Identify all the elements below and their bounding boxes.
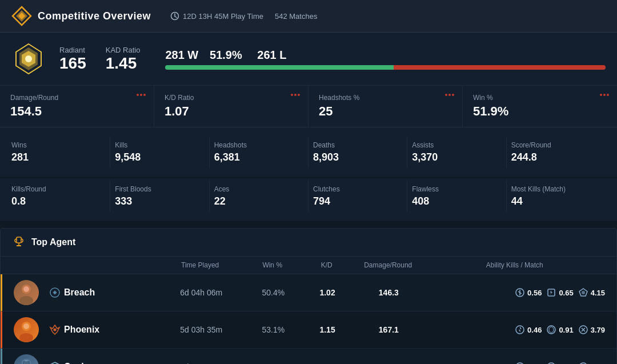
winpct-value: 51.9% (473, 104, 607, 119)
col-header-time: Time Played (157, 261, 243, 269)
breach-dmg: 146.3 (352, 288, 424, 297)
svg-point-14 (19, 296, 33, 305)
breach-ability-2-val: 0.65 (559, 289, 573, 297)
win-loss-row: 281 W 51.9% 261 L (165, 49, 606, 62)
breach-winpct: 50.4% (245, 288, 302, 297)
logo-icon (11, 6, 32, 26)
app-logo: Competitive Overview (11, 6, 151, 26)
win-pct: 51.9% (209, 49, 243, 62)
rank-info: Radiant 165 (59, 46, 86, 73)
stat-deaths: Deaths 8,903 (308, 137, 407, 168)
svg-rect-31 (23, 361, 30, 364)
clock-icon (170, 11, 179, 21)
breach-kd: 1.02 (302, 288, 352, 297)
rank-label: Radiant (59, 46, 86, 54)
top-agent-section: Top Agent Time Played Win % K/D Damage/R… (0, 228, 617, 364)
kd-value: 1.07 (165, 104, 298, 119)
phoenix-ability-2-val: 0.91 (559, 326, 573, 334)
cypher-ability-1: 0.50 (515, 362, 542, 364)
app-title: Competitive Overview (38, 10, 151, 22)
svg-point-9 (25, 55, 32, 62)
cypher-avatar (14, 354, 39, 364)
phoenix-ability-3-val: 3.79 (591, 326, 605, 334)
svg-point-24 (54, 329, 57, 331)
stat-card-kd: K/D Ratio 1.07 (154, 86, 308, 127)
agent-row-cypher: Cypher 11h 13m 58s 50.0% 0.93 128.5 0.50… (1, 349, 616, 364)
top-agent-header: Top Agent (1, 229, 616, 257)
stat-cards: Damage/Round 154.5 K/D Ratio 1.07 Headsh… (0, 86, 617, 127)
kd-label: K/D Ratio (165, 94, 298, 102)
cypher-info: Cypher (14, 354, 158, 364)
svg-line-5 (175, 17, 177, 18)
col-header-kd: K/D (301, 261, 352, 269)
col-header-winpct: Win % (243, 261, 301, 269)
svg-point-15 (23, 286, 29, 292)
rank-badge (11, 42, 46, 76)
matches-text: 542 Matches (275, 12, 317, 21)
kd-menu[interactable] (291, 94, 300, 96)
win-loss-bar (165, 65, 606, 70)
column-headers: Time Played Win % K/D Damage/Round Abili… (1, 257, 616, 274)
kad-section: KAD Ratio 1.45 (106, 46, 141, 73)
breach-ability-1: 0.56 (515, 287, 542, 298)
phoenix-abilities: 0.46 0.91 3.79 (424, 325, 605, 335)
stat-most-kills: Most Kills (Match) 44 (507, 181, 606, 212)
phoenix-avatar (14, 317, 39, 342)
breach-role-icon (49, 287, 61, 298)
svg-rect-10 (17, 237, 21, 243)
breach-ability-3: 4.15 (578, 287, 605, 298)
breach-ability-2: 0.65 (546, 287, 573, 298)
win-bar (165, 65, 394, 70)
cypher-ability-3: 4.40 (578, 362, 605, 364)
svg-point-20 (582, 291, 585, 294)
rank-value: 165 (59, 54, 86, 73)
playtime-stat: 12D 13H 45M Play Time (170, 11, 263, 21)
phoenix-role-icon (49, 324, 61, 335)
stat-aces: Aces 22 (210, 181, 308, 212)
win-loss-section: 281 W 51.9% 261 L (165, 49, 606, 70)
headshots-value: 25 (319, 104, 452, 119)
headshots-menu[interactable] (445, 94, 454, 96)
damage-label: Damage/Round (10, 94, 143, 102)
agent-row-breach: Breach 6d 04h 06m 50.4% 1.02 146.3 0.56 … (1, 274, 616, 311)
kad-label: KAD Ratio (106, 46, 141, 54)
stat-wins: Wins 281 (11, 137, 110, 168)
wins-text: 281 W (165, 49, 199, 62)
breach-time: 6d 04h 06m (158, 288, 244, 297)
stat-card-damage: Damage/Round 154.5 (0, 86, 154, 127)
stat-kills-round: Kills/Round 0.8 (11, 181, 110, 212)
damage-menu[interactable] (137, 94, 146, 96)
cypher-role-icon (49, 361, 61, 364)
top-agent-title: Top Agent (31, 237, 75, 247)
phoenix-dmg: 167.1 (352, 325, 424, 334)
breach-ability-1-val: 0.56 (527, 289, 542, 297)
breach-ability-3-val: 4.15 (591, 289, 605, 297)
winpct-menu[interactable] (600, 94, 609, 96)
cam-icon (515, 362, 525, 364)
header: Competitive Overview 12D 13H 45M Play Ti… (0, 0, 617, 33)
breach-abilities: 0.56 0.65 4.15 (424, 287, 605, 298)
phoenix-ability-2: 0.91 (546, 325, 573, 335)
profile-section: Radiant 165 KAD Ratio 1.45 281 W 51.9% 2… (0, 33, 617, 86)
cypher-ability-2: 1.20 (546, 362, 573, 364)
phoenix-info: Phoenix (14, 317, 158, 342)
phoenix-ability-1: 0.46 (515, 325, 542, 335)
breach-avatar (14, 280, 39, 305)
phoenix-winpct: 53.1% (245, 325, 302, 334)
kad-value: 1.45 (106, 54, 141, 73)
stat-headshots: Headshots 6,381 (210, 137, 308, 168)
stat-first-bloods: First Bloods 333 (110, 181, 209, 212)
flash-icon (546, 287, 556, 298)
grid-stats-row1: Wins 281 Kills 9,548 Headshots 6,381 Dea… (0, 127, 617, 178)
svg-point-22 (19, 333, 33, 342)
phoenix-kd: 1.15 (302, 325, 352, 334)
header-stats: 12D 13H 45M Play Time 542 Matches (170, 11, 317, 21)
stat-flawless: Flawless 408 (407, 181, 506, 212)
svg-point-26 (547, 326, 555, 334)
fire-icon (515, 325, 525, 335)
stat-card-winpct: Win % 51.9% (463, 86, 617, 127)
headshots-label: Headshots % (319, 94, 452, 102)
col-header-ability: Ability Kills / Match (424, 261, 605, 269)
col-header-dmg: Damage/Round (352, 261, 424, 269)
heal-icon (546, 325, 556, 335)
